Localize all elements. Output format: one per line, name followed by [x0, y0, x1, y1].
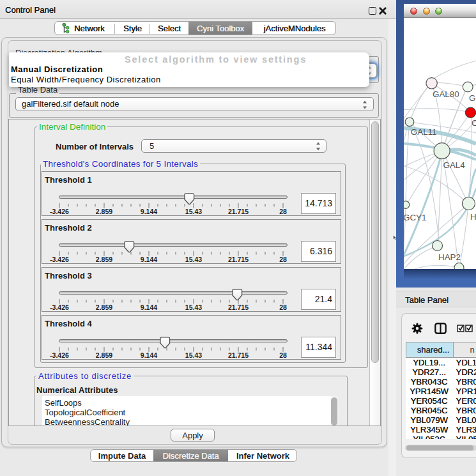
- svg-text:G.: G.: [469, 93, 476, 103]
- svg-text:GAL80: GAL80: [433, 89, 459, 99]
- svg-text:H: H: [470, 212, 476, 222]
- svg-text:GAL4: GAL4: [443, 160, 466, 170]
- svg-text:GCY1: GCY1: [404, 213, 426, 222]
- svg-text:HAP2: HAP2: [438, 252, 461, 262]
- svg-text:GAL11: GAL11: [411, 127, 437, 137]
- svg-text:C: C: [472, 118, 476, 128]
